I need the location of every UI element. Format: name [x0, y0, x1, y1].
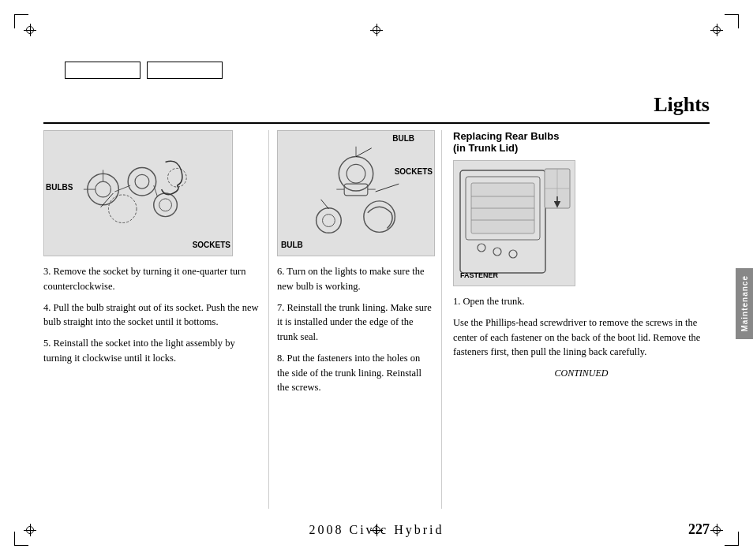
mid-instructions: 6. Turn on the lights to make sure the n… [277, 264, 433, 395]
left-column: BULBS SOCKETS 3. Remove the socket by tu… [43, 130, 268, 509]
reg-mark-tl [24, 24, 36, 36]
page-title: Lights [654, 93, 710, 117]
top-tab-1 [65, 62, 140, 79]
left-illustration: BULBS SOCKETS [43, 130, 233, 256]
maintenance-tab-label: Maintenance [740, 275, 749, 332]
reg-mark-tr [710, 24, 723, 36]
sockets-label: SOCKETS [193, 241, 230, 249]
reg-mark-tc [370, 24, 383, 36]
right-illustration: FASTENER [453, 160, 575, 286]
svg-rect-0 [45, 131, 232, 256]
reg-mark-bl [24, 524, 36, 536]
page-number: 227 [688, 521, 710, 538]
maintenance-tab: Maintenance [736, 268, 753, 339]
footer: 2008 Civic Hybrid 227 [43, 521, 710, 538]
mid-bulb-top-label: BULB [392, 134, 414, 143]
right-body-text: Use the Phillips-head screwdriver to rem… [453, 315, 710, 360]
right-instructions: 1. Open the trunk. Use the Phillips-head… [453, 294, 710, 379]
section-title: Replacing Rear Bulbs (in Trunk Lid) [453, 130, 710, 154]
instr-3: 3. Remove the socket by turning it one-q… [43, 264, 259, 294]
fastener-label: FASTENER [460, 271, 498, 279]
continued-text: CONTINUED [453, 368, 710, 379]
bulbs-label: BULBS [46, 183, 73, 192]
left-instructions: 3. Remove the socket by turning it one-q… [43, 264, 259, 366]
top-tabs [65, 62, 223, 79]
instr-5: 5. Reinstall the socket into the light a… [43, 336, 259, 366]
corner-mark-br [725, 532, 739, 546]
corner-mark-tr [725, 14, 739, 28]
instr-8: 8. Put the fasteners into the holes on t… [277, 351, 433, 395]
instr-6: 6. Turn on the lights to make sure the n… [277, 264, 433, 294]
mid-bulb-bottom-label: BULB [281, 241, 303, 249]
mid-illustration: BULB SOCKETS BULB [277, 130, 435, 256]
footer-center: 2008 Civic Hybrid [309, 523, 444, 537]
right-column: Replacing Rear Bulbs (in Trunk Lid) [442, 130, 710, 509]
instr-4: 4. Pull the bulb straight out of its soc… [43, 301, 259, 330]
reg-mark-br [710, 524, 723, 536]
instr-7: 7. Reinstall the trunk lining. Make sure… [277, 301, 433, 345]
mid-sockets-label: SOCKETS [395, 167, 433, 176]
instr-1: 1. Open the trunk. [453, 294, 710, 309]
mid-column: BULB SOCKETS BULB 6. Turn on the lights … [268, 130, 442, 509]
top-tab-2 [147, 62, 223, 79]
main-content: BULBS SOCKETS 3. Remove the socket by tu… [43, 130, 710, 509]
title-rule [43, 122, 710, 124]
